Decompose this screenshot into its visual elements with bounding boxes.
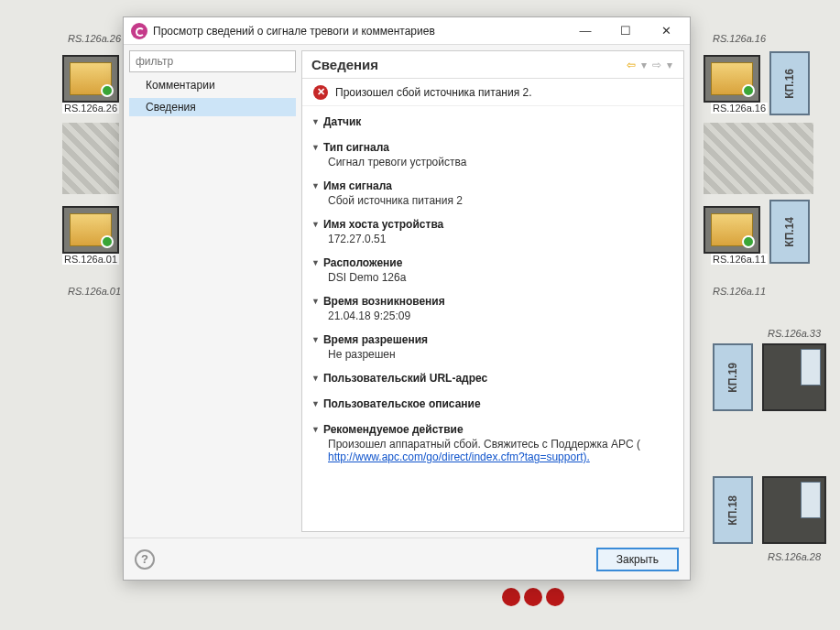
section-recommended[interactable]: ▼Рекомендуемое действие bbox=[311, 423, 674, 436]
nav-comments[interactable]: Комментарии bbox=[129, 76, 296, 94]
caret-icon: ▼ bbox=[311, 335, 320, 344]
location-value: DSI Demo 126a bbox=[311, 269, 674, 289]
dark-rack bbox=[762, 476, 826, 544]
section-user-desc[interactable]: ▼Пользовательское описание bbox=[311, 397, 674, 410]
rack-label: RS.126a.11 bbox=[711, 254, 768, 265]
status-dot bbox=[502, 588, 520, 606]
caret-icon: ▼ bbox=[311, 374, 320, 383]
section-location[interactable]: ▼Расположение bbox=[311, 256, 674, 269]
dark-rack bbox=[762, 343, 826, 411]
filter-input[interactable] bbox=[129, 50, 296, 72]
maximize-button[interactable]: ☐ bbox=[605, 18, 646, 44]
prev-arrow-dropdown-icon[interactable]: ▾ bbox=[639, 57, 649, 73]
occur-time-value: 21.04.18 9:25:09 bbox=[311, 308, 674, 328]
caret-icon: ▼ bbox=[311, 143, 320, 152]
details-panel: Сведения ⇦ ▾ ⇨ ▾ ✕ Произошел сбой источн… bbox=[301, 50, 684, 532]
next-arrow-dropdown-icon[interactable]: ▾ bbox=[665, 57, 674, 73]
sidebar: Комментарии Сведения bbox=[129, 50, 296, 532]
error-icon: ✕ bbox=[313, 85, 328, 100]
caret-icon: ▼ bbox=[311, 220, 320, 229]
close-window-button[interactable]: ✕ bbox=[646, 18, 686, 44]
titlebar: Просмотр сведений о сигнале тревоги и ко… bbox=[124, 17, 690, 45]
help-icon[interactable]: ? bbox=[135, 549, 155, 570]
rack-sublabel: RS.126a.28 bbox=[768, 551, 821, 562]
rack-tile bbox=[704, 55, 760, 103]
section-sensor[interactable]: ▼Датчик bbox=[311, 115, 674, 128]
alarm-details-dialog: Просмотр сведений о сигнале тревоги и ко… bbox=[123, 16, 691, 581]
nav-details[interactable]: Сведения bbox=[129, 98, 296, 116]
support-link[interactable]: http://www.apc.com/go/direct/index.cfm?t… bbox=[328, 451, 590, 463]
alert-row: ✕ Произошел сбой источника питания 2. bbox=[302, 79, 683, 106]
section-resolve-time[interactable]: ▼Время разрешения bbox=[311, 333, 674, 346]
caret-icon: ▼ bbox=[311, 425, 320, 434]
dialog-footer: ? Закрыть bbox=[124, 538, 690, 580]
panel-title: Сведения bbox=[311, 57, 625, 72]
close-button[interactable]: Закрыть bbox=[596, 548, 679, 571]
rack-sublabel: RS.126a.11 bbox=[713, 286, 766, 297]
rack-label: RS.126a.26 bbox=[62, 103, 119, 114]
caret-icon: ▼ bbox=[311, 117, 320, 126]
hatch-area bbox=[62, 123, 119, 194]
rack-tile bbox=[62, 206, 119, 254]
status-dot bbox=[524, 588, 542, 606]
rack-label: RS.126a.16 bbox=[711, 103, 768, 114]
minimize-button[interactable]: — bbox=[565, 18, 605, 44]
kp-tile: КП.16 bbox=[769, 51, 810, 115]
rack-tile bbox=[704, 206, 760, 254]
kp-tile: КП.18 bbox=[713, 476, 753, 544]
rack-tile bbox=[62, 55, 119, 103]
app-icon bbox=[131, 23, 147, 39]
rack-sublabel: RS.126a.01 bbox=[68, 286, 121, 297]
section-signal-type[interactable]: ▼Тип сигнала bbox=[311, 141, 674, 154]
caret-icon: ▼ bbox=[311, 297, 320, 306]
rack-label: RS.126a.01 bbox=[62, 254, 119, 265]
host-name-value: 172.27.0.51 bbox=[311, 231, 674, 251]
next-arrow-icon[interactable]: ⇨ bbox=[650, 57, 663, 73]
caret-icon: ▼ bbox=[311, 181, 320, 190]
signal-name-value: Сбой источника питания 2 bbox=[311, 192, 674, 212]
hatch-area bbox=[704, 123, 813, 194]
details-scroll[interactable]: ▼Датчик ▼Тип сигнала Сигнал тревоги устр… bbox=[302, 106, 683, 531]
signal-type-value: Сигнал тревоги устройства bbox=[311, 154, 674, 174]
caret-icon: ▼ bbox=[311, 399, 320, 408]
section-host-name[interactable]: ▼Имя хоста устройства bbox=[311, 218, 674, 231]
window-title: Просмотр сведений о сигнале тревоги и ко… bbox=[153, 25, 565, 38]
rack-sublabel: RS.126a.26 bbox=[68, 33, 121, 44]
kp-tile: КП.19 bbox=[713, 343, 753, 411]
resolve-time-value: Не разрешен bbox=[311, 346, 674, 366]
status-dot bbox=[546, 588, 564, 606]
section-user-url[interactable]: ▼Пользовательский URL-адрес bbox=[311, 372, 674, 385]
section-occur-time[interactable]: ▼Время возникновения bbox=[311, 295, 674, 308]
recommended-value: Произошел аппаратный сбой. Свяжитесь с П… bbox=[311, 436, 674, 469]
alert-message: Произошел сбой источника питания 2. bbox=[335, 86, 532, 99]
rack-sublabel: RS.126a.16 bbox=[713, 33, 766, 44]
caret-icon: ▼ bbox=[311, 258, 320, 267]
kp-tile: КП.14 bbox=[769, 200, 810, 264]
prev-arrow-icon[interactable]: ⇦ bbox=[625, 57, 638, 73]
rack-sublabel: RS.126a.33 bbox=[768, 328, 821, 339]
section-signal-name[interactable]: ▼Имя сигнала bbox=[311, 179, 674, 192]
